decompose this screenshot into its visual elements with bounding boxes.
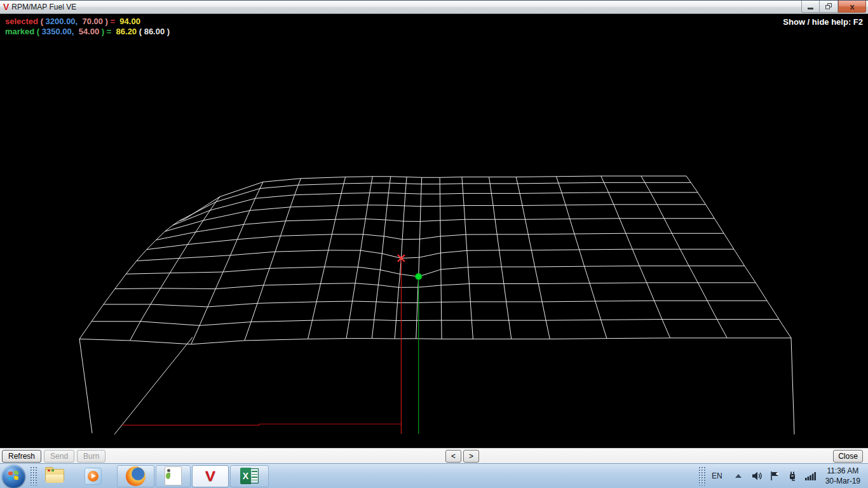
restore-icon xyxy=(825,3,832,10)
start-button[interactable] xyxy=(2,464,25,488)
mesh-row-line xyxy=(115,283,756,289)
mesh-row-line xyxy=(173,193,698,226)
action-center-flag-icon[interactable] xyxy=(770,471,780,481)
mesh-col-line xyxy=(556,177,607,339)
marked-marker-dot xyxy=(416,273,422,280)
ve-surface-wireframe[interactable] xyxy=(0,14,868,448)
mesh-edge-line xyxy=(114,337,193,435)
power-plug-icon[interactable] xyxy=(787,471,797,481)
minimize-button[interactable] xyxy=(801,1,820,13)
mesh-col-line xyxy=(308,177,346,339)
control-bar: Refresh Send Burn < > Close xyxy=(0,448,868,463)
hud-text-segment: ) xyxy=(99,27,107,36)
speaker-icon[interactable] xyxy=(752,471,763,481)
client-area[interactable]: selected ( 3200.00, 70.00 ) = 94.00 mark… xyxy=(0,14,868,448)
taskbar-button-idaq[interactable]: DAQ xyxy=(156,465,191,487)
hud-text-segment: 86.20 xyxy=(111,27,137,36)
close-dialog-button[interactable]: Close xyxy=(833,450,863,463)
taskbar-button-firefox[interactable] xyxy=(117,465,154,487)
taskbar-button-excel[interactable]: X xyxy=(230,465,269,487)
mesh-col-line xyxy=(686,176,791,338)
minimize-icon xyxy=(808,8,813,10)
hud-text-segment: marked xyxy=(5,27,34,36)
desktop: { "window": { "title": "RPM/MAP Fuel VE"… xyxy=(0,0,868,488)
app-icon-v: V xyxy=(0,1,11,13)
mesh-row-line xyxy=(126,266,744,276)
help-hint: Show / hide help: F2 xyxy=(783,17,863,27)
send-button[interactable]: Send xyxy=(44,450,74,463)
mesh-col-line xyxy=(372,177,390,339)
mesh-row-line xyxy=(92,320,779,326)
mesh-row-line xyxy=(147,233,724,249)
taskbar-button-vemstune[interactable]: V xyxy=(192,465,229,487)
excel-icon: X xyxy=(240,468,259,484)
hud-text-segment: 3350.00, xyxy=(42,27,74,36)
mesh-col-line xyxy=(601,176,670,338)
start-flag-icon xyxy=(8,471,13,475)
mesh-col-line xyxy=(641,176,727,338)
clock-time: 11:36 AM xyxy=(825,466,860,476)
mesh-col-line xyxy=(489,177,512,339)
hud-marked-readout: marked ( 3350.00, 54.00 ) = 86.20 ( 86.0… xyxy=(5,27,170,37)
mesh-col-line xyxy=(440,177,442,339)
network-signal-icon[interactable] xyxy=(805,471,817,481)
close-icon: x xyxy=(850,2,854,11)
mesh-col-line xyxy=(516,177,550,339)
burn-button[interactable]: Burn xyxy=(77,450,105,463)
hud-text-segment: 3200.00, xyxy=(46,17,78,26)
selected-baseline xyxy=(122,424,401,425)
mesh-row-line xyxy=(79,338,791,344)
language-indicator[interactable]: EN xyxy=(712,471,722,480)
hud-text-segment: = xyxy=(111,17,116,26)
hud-text-segment: ) xyxy=(103,17,111,26)
hud-text-segment: ( xyxy=(34,27,42,36)
window-title: RPM/MAP Fuel VE xyxy=(11,3,76,11)
hud-selected-readout: selected ( 3200.00, 70.00 ) = 94.00 xyxy=(5,17,140,27)
cell-nav-group: < > xyxy=(445,450,479,463)
restore-button[interactable] xyxy=(820,1,838,13)
mesh-col-line xyxy=(462,177,473,339)
mesh-row-line xyxy=(104,301,767,307)
hud-text-segment: selected xyxy=(5,17,38,26)
hud-text-segment: 54.00 xyxy=(74,27,99,36)
close-button[interactable]: x xyxy=(838,1,866,13)
refresh-button[interactable]: Refresh xyxy=(2,450,41,463)
mesh-edge-line xyxy=(79,339,92,433)
explorer-icon[interactable] xyxy=(45,469,64,483)
idaq-icon: DAQ xyxy=(165,466,182,485)
taskbar: DAQ V X EN xyxy=(0,463,868,488)
window-controls: x xyxy=(801,1,866,13)
mesh-col-line xyxy=(346,177,372,339)
taskbar-grip[interactable] xyxy=(30,466,37,485)
mesh-col-line xyxy=(191,182,263,344)
quick-launch xyxy=(40,468,107,485)
hud-text-segment: 94.00 xyxy=(115,17,140,26)
media-player-icon[interactable] xyxy=(85,468,102,485)
window-titlebar[interactable]: V RPM/MAP Fuel VE x xyxy=(0,0,868,14)
mesh-col-line xyxy=(130,197,220,341)
hud-text-segment: ( 86.00 ) xyxy=(137,27,170,36)
show-hidden-icons-arrow[interactable] xyxy=(735,474,742,478)
hud-text-segment: 70.00 xyxy=(78,17,103,26)
system-tray: EN xyxy=(698,466,868,486)
hud-text-segment: ( xyxy=(38,17,46,26)
mesh-row-line xyxy=(180,182,691,220)
next-cell-button[interactable]: > xyxy=(463,450,479,463)
mesh-row-line xyxy=(165,205,706,231)
prev-cell-button[interactable]: < xyxy=(445,450,461,463)
firefox-icon xyxy=(126,466,146,486)
mesh-row-line xyxy=(137,249,734,261)
mesh-edge-line xyxy=(791,338,794,435)
tray-grip[interactable] xyxy=(698,466,705,485)
taskbar-clock[interactable]: 11:36 AM 30-Mar-19 xyxy=(825,466,860,486)
clock-date: 30-Mar-19 xyxy=(825,476,860,486)
vems-icon: V xyxy=(205,469,215,484)
